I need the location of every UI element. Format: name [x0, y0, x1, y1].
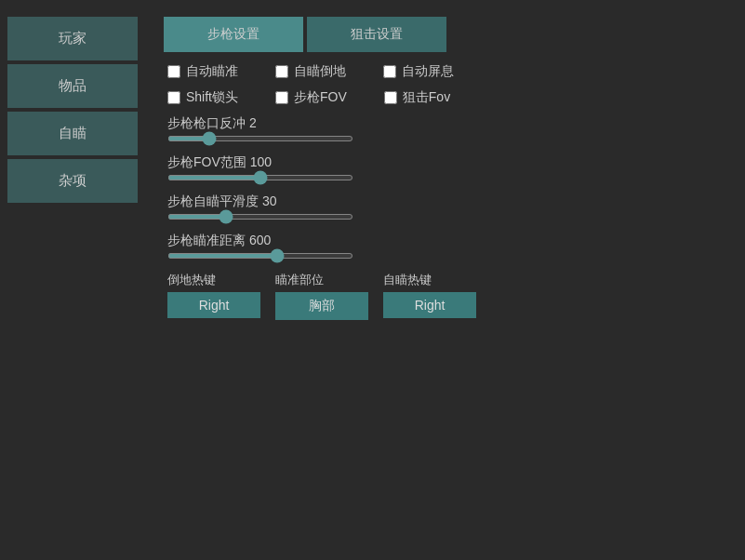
- hotkey-group-prone-hotkey: 倒地热键Right: [167, 272, 260, 320]
- sidebar: 玩家物品自瞄杂项: [0, 13, 149, 543]
- checkbox-auto-prone[interactable]: [275, 65, 288, 78]
- hotkey-group-aimbot-hotkey: 自瞄热键Right: [383, 272, 476, 320]
- tab-sniper[interactable]: 狙击设置: [307, 17, 446, 52]
- checkbox-item-auto-aim: 自动瞄准: [167, 63, 238, 80]
- hotkey-value-aim-part[interactable]: 胸部: [275, 292, 368, 320]
- checkbox-rifle-fov[interactable]: [275, 91, 288, 104]
- checkbox-label-auto-prone: 自瞄倒地: [294, 63, 346, 80]
- slider-group-recoil: 步枪枪口反冲 2: [164, 115, 730, 141]
- sliders-container: 步枪枪口反冲 2步枪FOV范围 100步枪自瞄平滑度 30步枪瞄准距离 600: [164, 115, 730, 259]
- checkbox-item-sniper-fov: 狙击Fov: [384, 89, 450, 106]
- checkbox-item-rifle-fov: 步枪FOV: [275, 89, 347, 106]
- checkbox-auto-aim[interactable]: [167, 65, 180, 78]
- checkboxes-row-2: Shift锁头步枪FOV狙击Fov: [164, 89, 730, 106]
- slider-group-smooth: 步枪自瞄平滑度 30: [164, 193, 730, 220]
- checkbox-shift-lock[interactable]: [167, 91, 180, 104]
- hotkey-label-prone-hotkey: 倒地热键: [167, 272, 260, 288]
- checkbox-auto-screen[interactable]: [383, 65, 396, 78]
- checkbox-label-rifle-fov: 步枪FOV: [294, 89, 347, 106]
- sidebar-btn-misc[interactable]: 杂项: [7, 159, 138, 203]
- slider-recoil[interactable]: [167, 136, 353, 141]
- checkboxes-row-1: 自动瞄准自瞄倒地自动屏息: [164, 63, 730, 80]
- slider-label-recoil: 步枪枪口反冲 2: [167, 115, 730, 132]
- slider-label-smooth: 步枪自瞄平滑度 30: [167, 193, 730, 210]
- tab-row: 步枪设置狙击设置: [164, 17, 730, 52]
- hotkey-label-aim-part: 瞄准部位: [275, 272, 368, 288]
- sidebar-btn-player[interactable]: 玩家: [7, 17, 138, 60]
- checkbox-sniper-fov[interactable]: [384, 91, 397, 104]
- hotkey-value-aimbot-hotkey[interactable]: Right: [383, 292, 476, 318]
- sidebar-btn-items[interactable]: 物品: [7, 64, 138, 108]
- checkbox-label-shift-lock: Shift锁头: [186, 89, 238, 106]
- checkbox-item-auto-prone: 自瞄倒地: [275, 63, 346, 80]
- main-layout: 玩家物品自瞄杂项 步枪设置狙击设置 自动瞄准自瞄倒地自动屏息 Shift锁头步枪…: [0, 13, 745, 543]
- sidebar-btn-aimbot[interactable]: 自瞄: [7, 112, 138, 155]
- checkbox-label-sniper-fov: 狙击Fov: [403, 89, 450, 106]
- hotkey-label-aimbot-hotkey: 自瞄热键: [383, 272, 476, 288]
- content-area: 步枪设置狙击设置 自动瞄准自瞄倒地自动屏息 Shift锁头步枪FOV狙击Fov …: [149, 13, 745, 543]
- checkbox-item-shift-lock: Shift锁头: [167, 89, 238, 106]
- checkbox-item-auto-screen: 自动屏息: [383, 63, 454, 80]
- tab-rifle[interactable]: 步枪设置: [164, 17, 303, 52]
- hotkeys-row: 倒地热键Right瞄准部位胸部自瞄热键Right: [164, 272, 730, 320]
- top-bar: [0, 0, 745, 13]
- slider-label-fov-range: 步枪FOV范围 100: [167, 154, 730, 171]
- slider-smooth[interactable]: [167, 214, 353, 220]
- slider-aim-dist[interactable]: [167, 253, 353, 259]
- slider-label-aim-dist: 步枪瞄准距离 600: [167, 233, 730, 249]
- hotkey-group-aim-part: 瞄准部位胸部: [275, 272, 368, 320]
- checkbox-label-auto-screen: 自动屏息: [402, 63, 454, 80]
- slider-group-aim-dist: 步枪瞄准距离 600: [164, 233, 730, 259]
- hotkey-value-prone-hotkey[interactable]: Right: [167, 292, 260, 318]
- slider-fov-range[interactable]: [167, 175, 353, 180]
- slider-group-fov-range: 步枪FOV范围 100: [164, 154, 730, 180]
- checkbox-label-auto-aim: 自动瞄准: [186, 63, 238, 80]
